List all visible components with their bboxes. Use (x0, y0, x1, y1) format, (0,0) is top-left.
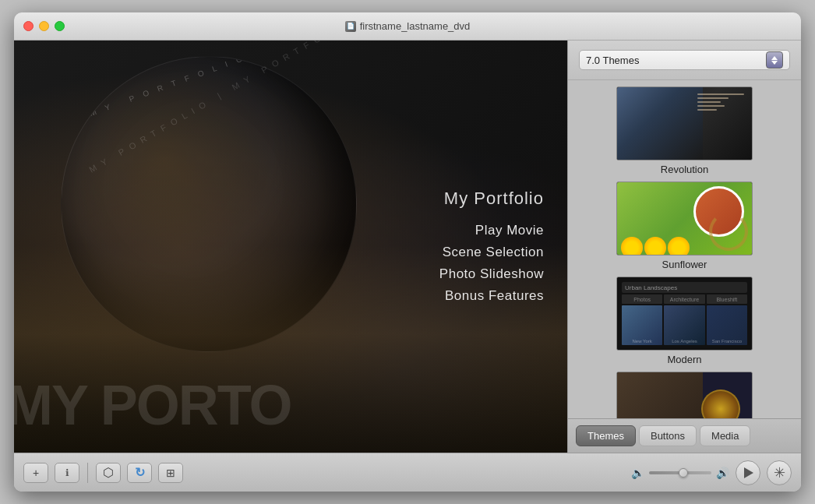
network-icon: ⬡ (103, 465, 114, 480)
close-button[interactable] (23, 21, 34, 31)
theme-name-sunflower: Sunflower (662, 259, 707, 270)
menu-item-slideshow[interactable]: Photo Slideshow (439, 265, 544, 284)
right-panel: 7.0 Themes (567, 41, 801, 453)
arrow-down (771, 61, 778, 65)
dropdown-arrow-btn[interactable] (766, 51, 783, 69)
window-title: firstname_lastname_dvd (360, 20, 471, 32)
titlebar: 📄 firstname_lastname_dvd (14, 12, 801, 41)
flower-3 (668, 237, 690, 256)
city-nav-3: Blueshift (707, 294, 747, 304)
menu-item-scene[interactable]: Scene Selection (439, 243, 544, 262)
theme-preview-revolution (616, 86, 753, 160)
volume-area: 🔈 🔊 (631, 467, 729, 479)
bottom-toolbar: + ℹ ⬡ ↻ ⊞ 🔈 🔊 (14, 453, 801, 492)
theme-item-revolution[interactable]: Revolution (574, 86, 795, 175)
skate-image (617, 87, 703, 160)
flower-1 (621, 237, 643, 256)
city-title: Urban Landscapes (622, 282, 747, 293)
city-img-row: New York Los Angeles San Francisco (622, 305, 747, 345)
grid-icon: ⊞ (166, 467, 175, 479)
city-label-2: Los Angeles (672, 339, 697, 344)
network-button[interactable]: ⬡ (96, 463, 121, 483)
text-side (697, 93, 744, 111)
city-nav: Photos Architecture Blueshift (622, 294, 747, 304)
traffic-lights (23, 21, 65, 31)
dvd-button[interactable]: ✳ (767, 460, 792, 485)
volume-knob[interactable] (679, 468, 688, 478)
dropdown-bar: 7.0 Themes (568, 41, 801, 80)
separator-1 (87, 463, 88, 483)
menu-item-bonus[interactable]: Bonus Features (439, 287, 544, 305)
speaker-min-icon: 🔈 (631, 467, 644, 479)
text-line-3 (697, 101, 721, 103)
city-label-1: New York (632, 339, 651, 344)
theme-item-fourth[interactable] (574, 372, 795, 418)
themes-grid[interactable]: Revolution (568, 80, 801, 418)
dropdown-arrows (771, 56, 778, 65)
minimize-button[interactable] (39, 21, 49, 31)
grid-button[interactable]: ⊞ (158, 463, 183, 483)
tab-bar: Themes Buttons Media (568, 418, 801, 453)
dropdown-label: 7.0 Themes (586, 55, 639, 66)
refresh-button[interactable]: ↻ (127, 463, 152, 483)
content-area: MY PORTFOLIO MY PORTO MY PORTFOLIO | MY … (14, 41, 801, 453)
city-cell-1: New York (622, 305, 662, 345)
play-button[interactable] (736, 460, 760, 485)
add-icon: + (33, 467, 39, 479)
add-button[interactable]: + (23, 463, 48, 483)
tab-themes[interactable]: Themes (576, 425, 636, 446)
text-line-2 (697, 97, 729, 99)
sunflowers (621, 237, 690, 256)
dvd-icon: ✳ (774, 464, 785, 481)
speaker-max-icon: 🔊 (716, 467, 729, 479)
spiral-decoration (709, 212, 748, 251)
city-label-3: San Francisco (712, 339, 742, 344)
preview-area: MY PORTFOLIO MY PORTO MY PORTFOLIO | MY … (14, 41, 567, 453)
menu-items-list: Play Movie Scene Selection Photo Slidesh… (439, 221, 544, 305)
city-strips: Urban Landscapes Photos Architecture Blu… (617, 277, 752, 350)
theme-preview-sunflower (616, 182, 753, 256)
theme-preview-modern: Urban Landscapes Photos Architecture Blu… (616, 277, 753, 351)
menu-item-play[interactable]: Play Movie (439, 221, 544, 240)
refresh-icon: ↻ (135, 465, 145, 480)
flower-2 (644, 237, 666, 256)
text-line-1 (697, 93, 744, 95)
photo-strip-fourth (617, 372, 703, 418)
bg-text-large: MY PORTO (14, 373, 291, 437)
city-cell-2: Los Angeles (664, 305, 704, 345)
file-icon: 📄 (345, 21, 356, 32)
text-line-5 (697, 109, 717, 111)
theme-item-modern[interactable]: Urban Landscapes Photos Architecture Blu… (574, 277, 795, 365)
theme-item-sunflower[interactable]: Sunflower (574, 182, 795, 270)
theme-preview-fourth (616, 372, 753, 418)
titlebar-title: 📄 firstname_lastname_dvd (345, 20, 471, 32)
main-window: 📄 firstname_lastname_dvd MY PORTFOLIO MY… (14, 12, 801, 492)
city-nav-1: Photos (622, 294, 662, 304)
info-button[interactable]: ℹ (55, 463, 79, 483)
arrow-up (771, 56, 778, 60)
maximize-button[interactable] (55, 21, 65, 31)
tab-buttons[interactable]: Buttons (639, 425, 697, 446)
play-icon (744, 467, 753, 478)
info-icon: ℹ (65, 467, 69, 478)
tab-media[interactable]: Media (700, 425, 750, 446)
city-cell-3: San Francisco (707, 305, 747, 345)
menu-title: My Portfolio (439, 189, 544, 209)
text-line-4 (697, 105, 725, 107)
dvd-menu-overlay: My Portfolio Play Movie Scene Selection … (439, 189, 544, 305)
city-nav-2: Architecture (664, 294, 704, 304)
volume-slider[interactable] (649, 471, 711, 474)
theme-name-modern: Modern (667, 354, 701, 365)
themes-dropdown[interactable]: 7.0 Themes (579, 50, 790, 70)
compass-icon (701, 389, 740, 419)
theme-name-revolution: Revolution (661, 164, 708, 175)
